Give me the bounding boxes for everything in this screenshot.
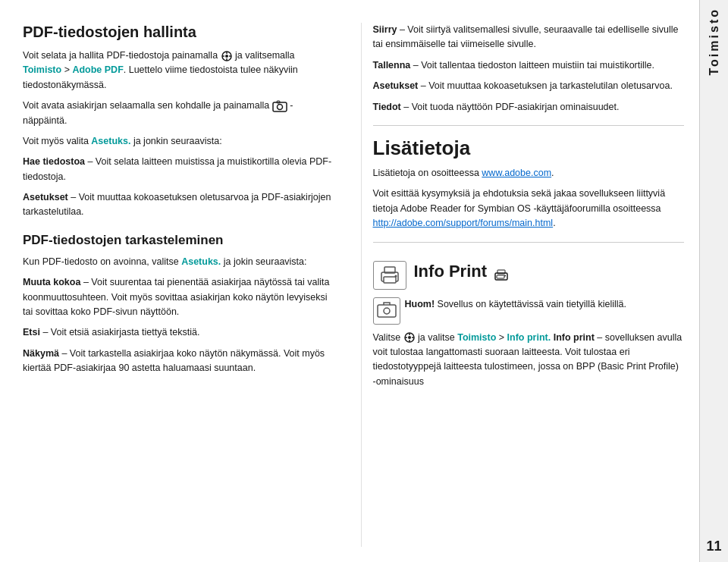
link-adobe-forums[interactable]: http://adobe.com/support/forums/main.htm…: [373, 218, 554, 228]
svg-point-18: [384, 308, 390, 314]
sidebar-text: Toimisto: [708, 8, 721, 75]
nav-tallenna: Tallenna – Voit tallentaa tiedoston lait…: [373, 58, 685, 73]
list-hae-tiedostoa: Hae tiedostoa – Voit selata laitteen mui…: [23, 155, 334, 184]
divider-2: [373, 242, 685, 243]
para-manage-3: Voit myös valita Asetuks. ja jonkin seur…: [23, 134, 334, 149]
warning-icon: [377, 301, 397, 321]
lisatietoja-para1: Lisätietoja on osoitteessa www.adobe.com…: [373, 166, 685, 181]
term-asetukset-2: Asetukset: [373, 80, 419, 91]
link-asetuks-2[interactable]: Asetuks.: [181, 256, 221, 267]
svg-point-16: [504, 275, 506, 276]
svg-point-12: [394, 275, 397, 277]
warning-icon-box: [373, 297, 400, 325]
right-column: Siirry – Voit siirtyä valitsemallesi siv…: [361, 23, 685, 547]
list-asetukset-1: Asetukset – Voit muuttaa kokoasetuksen o…: [23, 190, 334, 220]
section2-title: PDF-tiedostojen tarkasteleminen: [23, 232, 334, 249]
para-manage-2: Voit avata asiakirjan selaamalla sen koh…: [23, 99, 334, 128]
printer-icon: [378, 265, 401, 286]
warning-row: Huom! Sovellus on käytettävissä vain tie…: [373, 297, 685, 325]
divider: [373, 125, 685, 126]
list-muuta-kokoa: Muuta kokoa – Voit suurentaa tai pienent…: [23, 275, 334, 319]
link-asetuks-1[interactable]: Asetuks.: [91, 136, 130, 146]
link-info-print[interactable]: Info print.: [507, 332, 551, 343]
svg-rect-10: [384, 277, 396, 283]
section1-title: PDF-tiedostojen hallinta: [23, 23, 334, 41]
nav-siirry: Siirry – Voit siirtyä valitsemallesi siv…: [373, 23, 685, 52]
joystick-icon-inline-2: [403, 332, 418, 343]
info-print-para: Valitse ja valitse Toimisto > Info print…: [373, 331, 685, 390]
info-print-header: Info Print: [373, 261, 685, 290]
left-column: PDF-tiedostojen hallinta Voit selata ja …: [23, 23, 346, 547]
term-hae: Hae tiedostoa: [23, 156, 85, 167]
lisatietoja-para2: Voit esittää kysymyksiä ja ehdotuksia se…: [373, 187, 685, 231]
main-content: PDF-tiedostojen hallinta Voit selata ja …: [0, 0, 699, 562]
printer-icon-box: [373, 261, 406, 290]
link-toimisto[interactable]: Toimisto: [23, 64, 61, 75]
warning-bold: Huom!: [405, 299, 435, 309]
svg-point-20: [408, 336, 411, 339]
para-tarkastele-intro: Kun PDF-tiedosto on avoinna, valitse Ase…: [23, 255, 334, 269]
joystick-icon-inline: [221, 50, 235, 61]
svg-point-1: [225, 55, 228, 58]
term-etsi: Etsi: [23, 327, 40, 338]
camera-icon-inline: [272, 100, 290, 111]
svg-point-7: [277, 104, 282, 109]
link-toimisto-2[interactable]: Toimisto: [457, 332, 496, 343]
lisatietoja-title: Lisätietoja: [373, 137, 685, 160]
svg-rect-17: [378, 305, 396, 317]
term-tallenna: Tallenna: [373, 60, 411, 71]
link-adobe-pdf[interactable]: Adobe PDF: [72, 64, 123, 75]
warning-para: Huom! Sovellus on käytettävissä vain tie…: [405, 297, 626, 312]
term-info-print: Info print: [554, 332, 595, 343]
para-manage-1: Voit selata ja hallita PDF-tiedostoja pa…: [23, 49, 334, 93]
nav-asetukset: Asetukset – Voit muuttaa kokoasetuksen j…: [373, 79, 685, 93]
term-siirry: Siirry: [373, 24, 397, 35]
term-tiedot: Tiedot: [373, 102, 401, 112]
info-print-title: Info Print: [414, 261, 488, 283]
list-etsi: Etsi – Voit etsiä asiakirjasta tiettyä t…: [23, 325, 334, 340]
link-adobe-com[interactable]: www.adobe.com: [482, 168, 551, 178]
print-icon-small: [494, 268, 508, 281]
svg-rect-14: [497, 275, 504, 278]
sidebar: Toimisto 11: [699, 0, 728, 562]
sidebar-label: Toimisto: [708, 8, 721, 77]
term-muuta-kokoa: Muuta kokoa: [23, 277, 80, 287]
term-nakyman: Näkymä: [23, 348, 59, 359]
term-asetukset-1: Asetukset: [23, 192, 68, 203]
page-container: PDF-tiedostojen hallinta Voit selata ja …: [0, 0, 728, 562]
page-number: 11: [706, 538, 721, 554]
info-print-section: Info Print: [373, 255, 685, 390]
nav-tiedot: Tiedot – Voit tuoda näyttöön PDF-asiakir…: [373, 100, 685, 115]
list-nakyman: Näkymä – Voit tarkastella asiakirjaa kok…: [23, 347, 334, 376]
